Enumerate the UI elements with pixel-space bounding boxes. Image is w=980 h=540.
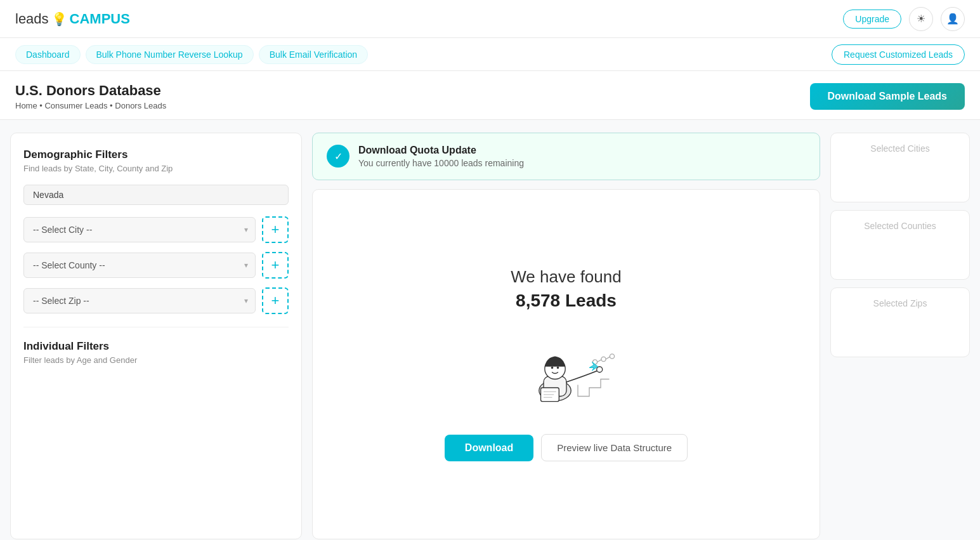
quota-title: Download Quota Update xyxy=(358,145,524,156)
logo-leads-text: leads xyxy=(15,11,49,27)
breadcrumb-home[interactable]: Home xyxy=(15,101,37,110)
svg-line-14 xyxy=(606,357,610,359)
selected-zips-panel: Selected Zips xyxy=(830,287,970,357)
selected-zips-label: Selected Zips xyxy=(841,298,959,308)
zip-select-row: -- Select Zip -- ▾ + xyxy=(23,287,289,314)
svg-point-4 xyxy=(556,367,559,369)
county-select[interactable]: -- Select County -- xyxy=(23,253,256,278)
page-header: U.S. Donors Database Home • Consumer Lea… xyxy=(0,71,980,120)
quota-subtitle: You currently have 10000 leads remaining xyxy=(358,158,524,168)
county-select-row: -- Select County -- ▾ + xyxy=(23,252,289,279)
page-title: U.S. Donors Database xyxy=(15,82,166,99)
logo: leads 💡 CAMPUS xyxy=(15,11,130,27)
filter-divider xyxy=(23,327,289,327)
user-icon: 👤 xyxy=(946,13,959,25)
logo-icon: 💡 xyxy=(51,11,67,27)
zip-select-wrapper: -- Select Zip -- ▾ xyxy=(23,288,256,313)
city-select-row: -- Select City -- ▾ + xyxy=(23,216,289,243)
nav-tab-dashboard[interactable]: Dashboard xyxy=(15,45,81,64)
theme-icon: ☀ xyxy=(917,13,925,25)
request-customized-leads-button[interactable]: Request Customized Leads xyxy=(832,44,965,65)
logo-campus-text: CAMPUS xyxy=(70,11,130,27)
nav-tabs: Dashboard Bulk Phone Number Reverse Look… xyxy=(15,45,368,64)
header-right: Upgrade ☀ 👤 xyxy=(843,7,965,31)
user-menu-button[interactable]: 👤 xyxy=(941,7,965,31)
left-panel: Demographic Filters Find leads by State,… xyxy=(10,133,302,539)
city-select[interactable]: -- Select City -- xyxy=(23,217,256,242)
svg-point-11 xyxy=(601,357,605,361)
breadcrumb-donors-leads[interactable]: Donors Leads xyxy=(115,101,166,110)
theme-toggle-button[interactable]: ☀ xyxy=(909,7,933,31)
selected-cities-panel: Selected Cities xyxy=(830,133,970,202)
add-city-button[interactable]: + xyxy=(262,216,289,243)
svg-point-5 xyxy=(596,367,602,372)
demographic-filters-title: Demographic Filters xyxy=(23,148,289,161)
svg-point-3 xyxy=(551,367,553,369)
selected-cities-label: Selected Cities xyxy=(841,143,959,154)
results-actions: Download Preview live Data Structure xyxy=(445,434,688,461)
quota-checkmark-icon: ✓ xyxy=(334,150,343,162)
nav-bar: Dashboard Bulk Phone Number Reverse Look… xyxy=(0,38,980,71)
quota-shield-icon: ✓ xyxy=(327,145,350,168)
selected-counties-label: Selected Counties xyxy=(841,221,959,231)
demographic-filters-subtitle: Find leads by State, City, County and Zi… xyxy=(23,164,289,173)
nav-tab-bulk-email[interactable]: Bulk Email Verification xyxy=(259,45,369,64)
download-button[interactable]: Download xyxy=(445,435,533,461)
selected-counties-panel: Selected Counties xyxy=(830,210,970,280)
quota-text-block: Download Quota Update You currently have… xyxy=(358,145,524,168)
upgrade-button[interactable]: Upgrade xyxy=(843,10,901,29)
individual-filters-title: Individual Filters xyxy=(23,340,289,353)
center-panel: ✓ Download Quota Update You currently ha… xyxy=(312,133,820,539)
nav-tab-bulk-phone[interactable]: Bulk Phone Number Reverse Lookup xyxy=(86,45,254,64)
breadcrumb: Home • Consumer Leads • Donors Leads xyxy=(15,101,166,110)
svg-line-13 xyxy=(597,360,601,362)
state-value: Nevada xyxy=(23,185,289,205)
add-county-button[interactable]: + xyxy=(262,252,289,279)
results-found-text: We have found xyxy=(511,267,621,287)
breadcrumb-consumer-leads[interactable]: Consumer Leads xyxy=(44,101,107,110)
county-select-wrapper: -- Select County -- ▾ xyxy=(23,253,256,278)
main-layout: Demographic Filters Find leads by State,… xyxy=(0,120,980,540)
add-zip-button[interactable]: + xyxy=(262,287,289,314)
app-header: leads 💡 CAMPUS Upgrade ☀ 👤 xyxy=(0,0,980,38)
zip-select[interactable]: -- Select Zip -- xyxy=(23,288,256,313)
right-panel: Selected Cities Selected Counties Select… xyxy=(830,133,970,539)
svg-point-12 xyxy=(610,354,614,359)
preview-data-structure-button[interactable]: Preview live Data Structure xyxy=(541,434,688,461)
results-count: 8,578 Leads xyxy=(516,291,617,311)
city-select-wrapper: -- Select City -- ▾ xyxy=(23,217,256,242)
individual-filters-subtitle: Filter leads by Age and Gender xyxy=(23,355,289,365)
page-title-block: U.S. Donors Database Home • Consumer Lea… xyxy=(15,82,166,110)
results-illustration xyxy=(509,326,624,415)
results-panel: We have found 8,578 Leads xyxy=(312,189,820,539)
download-sample-leads-button[interactable]: Download Sample Leads xyxy=(810,83,965,110)
quota-banner: ✓ Download Quota Update You currently ha… xyxy=(312,133,820,180)
